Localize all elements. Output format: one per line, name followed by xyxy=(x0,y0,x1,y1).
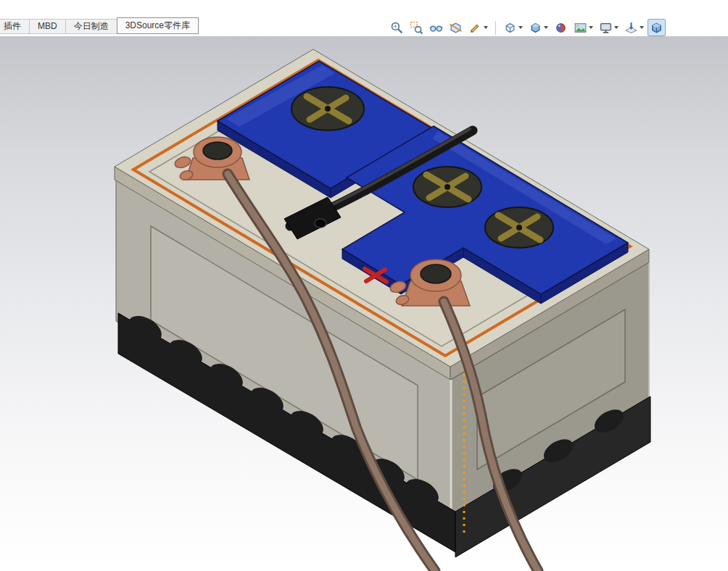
shaded-cube-icon xyxy=(529,21,542,35)
caret-down-icon xyxy=(614,26,619,29)
app-header: 插件 MBD 今日制造 3DSource零件库 xyxy=(0,0,728,36)
annotation-views-button[interactable] xyxy=(466,19,490,36)
zoom-to-fit-button[interactable] xyxy=(388,19,406,36)
vent-cap[interactable] xyxy=(485,207,553,248)
edit-appearance-button[interactable] xyxy=(552,19,570,36)
glasses-icon xyxy=(429,21,443,35)
caret-down-icon xyxy=(544,26,548,29)
tab-3dsource-parts-library[interactable]: 3DSource零件库 xyxy=(117,17,199,34)
zoom-to-area-button[interactable] xyxy=(408,19,426,36)
battery-model-scene[interactable] xyxy=(0,36,728,571)
view-orientation-button[interactable] xyxy=(501,19,525,36)
zoom-to-fit-icon xyxy=(390,21,404,35)
apply-scene-button[interactable] xyxy=(571,19,595,36)
vent-cap[interactable] xyxy=(291,87,364,130)
pencil-icon xyxy=(468,21,482,35)
shaded-cube-toggle-button[interactable] xyxy=(648,19,666,36)
blue-cube-icon xyxy=(650,21,663,35)
tab-bar: 插件 MBD 今日制造 3DSource零件库 xyxy=(0,17,199,34)
wire-cube-icon xyxy=(503,21,517,35)
zoom-to-area-icon xyxy=(410,21,423,35)
toolbar-divider xyxy=(495,21,496,35)
tab-mbd[interactable]: MBD xyxy=(29,19,66,34)
display-style-button[interactable] xyxy=(526,19,550,36)
appearance-ball-icon xyxy=(554,21,568,35)
3d-drawing-view-icon xyxy=(624,21,638,35)
hide-show-items-button[interactable] xyxy=(427,19,445,36)
graphics-viewport[interactable] xyxy=(0,36,728,571)
caret-down-icon xyxy=(589,26,593,29)
tab-today-manufacturing[interactable]: 今日制造 xyxy=(65,19,117,34)
scene-icon xyxy=(574,21,587,35)
section-view-button[interactable] xyxy=(447,19,465,36)
heads-up-view-toolbar xyxy=(388,19,666,36)
caret-down-icon xyxy=(640,26,644,29)
section-view-icon xyxy=(449,21,463,35)
3d-drawing-view-button[interactable] xyxy=(622,19,646,36)
vent-cap[interactable] xyxy=(413,167,481,207)
caret-down-icon xyxy=(518,26,523,29)
caret-down-icon xyxy=(484,26,488,29)
monitor-icon xyxy=(599,21,613,35)
view-settings-button[interactable] xyxy=(597,19,621,36)
tab-plugins[interactable]: 插件 xyxy=(0,19,30,34)
